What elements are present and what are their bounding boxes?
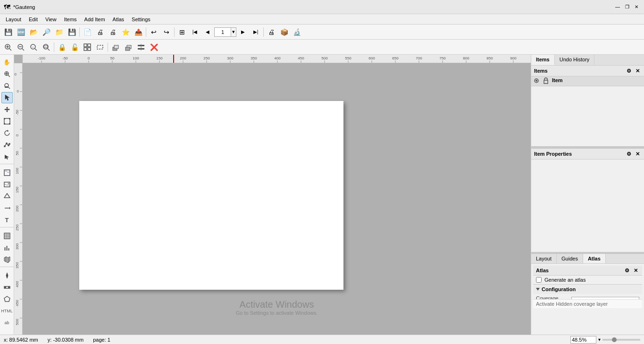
svg-text:0: 0: [88, 56, 90, 60]
zoom-out-tool[interactable]: [1, 80, 13, 92]
select2-tool[interactable]: [1, 151, 13, 162]
atlas-print-button[interactable]: 🖨: [265, 26, 277, 38]
undo-button[interactable]: ↩: [148, 26, 160, 38]
svg-text:650: 650: [392, 56, 399, 60]
vtoolbar-sep3: [0, 267, 14, 268]
item-props-config-button[interactable]: ⚙: [625, 150, 633, 158]
browse-button[interactable]: 📁: [53, 26, 65, 38]
tab-atlas[interactable]: Atlas: [583, 254, 606, 263]
search-button[interactable]: 🔎: [40, 26, 52, 38]
move-tool[interactable]: [1, 104, 13, 115]
dropdown-arrow[interactable]: ▾: [231, 27, 236, 37]
add-table-tool[interactable]: [1, 230, 13, 242]
menu-bar: Layout Edit View Items Add Item Atlas Se…: [0, 14, 644, 25]
add-text-tool[interactable]: T: [1, 214, 13, 226]
add-image-tool[interactable]: [1, 179, 13, 190]
rotate-tool[interactable]: [1, 127, 13, 139]
export-pdf-button[interactable]: 📤: [132, 26, 144, 38]
atlas-export-button[interactable]: 📦: [278, 26, 290, 38]
edit-nodes-tool[interactable]: [1, 139, 13, 151]
print-button[interactable]: 🖨: [94, 26, 106, 38]
tab-items[interactable]: Items: [531, 55, 555, 65]
add-map-tool[interactable]: [1, 167, 13, 178]
close-button[interactable]: ✕: [633, 3, 640, 11]
add-attribute-tool[interactable]: ab: [1, 317, 13, 328]
raise-button[interactable]: [109, 41, 122, 53]
zoom-actual-button[interactable]: =: [27, 41, 40, 53]
add-shape-tool[interactable]: [1, 191, 13, 202]
tab-guides[interactable]: Guides: [557, 254, 583, 263]
atlas-next-button[interactable]: ▶: [237, 26, 249, 38]
open-button[interactable]: 📂: [27, 26, 40, 38]
atlas-button[interactable]: ⭐: [119, 26, 132, 38]
minimize-button[interactable]: —: [614, 3, 621, 11]
atlas-zoom-button[interactable]: 🔬: [291, 26, 303, 38]
svg-rect-43: [4, 170, 10, 176]
atlas-prev2-button[interactable]: ◀: [201, 26, 214, 38]
separator4: [263, 27, 264, 37]
new-button[interactable]: 🆕: [15, 26, 27, 38]
add-polygon-tool[interactable]: [1, 294, 13, 305]
items-close-button[interactable]: ✕: [634, 67, 641, 75]
svg-text:150: 150: [15, 186, 19, 193]
add-scale-tool[interactable]: [1, 282, 13, 293]
new-template-button[interactable]: 📄: [81, 26, 93, 38]
menu-layout[interactable]: Layout: [2, 14, 25, 25]
group-button[interactable]: [81, 41, 93, 53]
atlas-page-input[interactable]: [214, 27, 231, 37]
svg-text:800: 800: [463, 56, 469, 60]
maximize-button[interactable]: ❐: [623, 3, 631, 11]
pan-tool[interactable]: ✋: [1, 57, 13, 68]
page-number: page: 1: [93, 337, 110, 343]
add-north-tool[interactable]: [1, 270, 13, 281]
unlock-button[interactable]: 🔓: [68, 41, 81, 53]
zoom-in-button[interactable]: [2, 41, 14, 53]
resize-all-button[interactable]: ❌: [148, 41, 160, 53]
item-props-close-button[interactable]: ✕: [634, 150, 641, 158]
menu-view[interactable]: View: [42, 14, 60, 25]
tab-layout[interactable]: Layout: [531, 254, 557, 263]
add-map2-tool[interactable]: [1, 254, 13, 265]
menu-atlas[interactable]: Atlas: [109, 14, 128, 25]
lower-button[interactable]: [122, 41, 134, 53]
save-as-button[interactable]: 💾: [66, 26, 78, 38]
zoom-select-button[interactable]: [40, 41, 52, 53]
svg-rect-34: [4, 118, 5, 119]
zoom-thumb[interactable]: [612, 337, 617, 342]
zoom-tool[interactable]: [1, 68, 13, 80]
menu-settings[interactable]: Settings: [128, 14, 154, 25]
zoom-out-button[interactable]: [15, 41, 27, 53]
select-tool[interactable]: [1, 92, 13, 103]
menu-edit[interactable]: Edit: [25, 14, 42, 25]
canvas-area[interactable]: -100 -50 0 50 100 150 200 250 30: [14, 55, 531, 335]
atlas-last-button[interactable]: ▶|: [250, 26, 262, 38]
atlas-config-button[interactable]: ⚙: [623, 267, 631, 274]
add-chart-tool[interactable]: [1, 242, 13, 253]
print-layout-button[interactable]: 🖨: [107, 26, 119, 38]
zoom-input[interactable]: [570, 336, 596, 344]
generate-atlas-checkbox[interactable]: [536, 277, 542, 283]
items-config-button[interactable]: ⚙: [625, 67, 633, 75]
add-arrow-tool[interactable]: [1, 202, 13, 214]
tab-undo-history[interactable]: Undo History: [555, 55, 595, 65]
atlas-close-button[interactable]: ✕: [632, 267, 639, 274]
menu-add-item[interactable]: Add Item: [81, 14, 109, 25]
items-list[interactable]: [531, 86, 644, 146]
ungroup-button[interactable]: [94, 41, 106, 53]
align-button[interactable]: [135, 41, 147, 53]
menu-items[interactable]: Items: [60, 14, 81, 25]
svg-text:100: 100: [15, 168, 19, 174]
resize-tool[interactable]: [1, 116, 13, 127]
redo-button[interactable]: ↪: [160, 26, 173, 38]
lock-button[interactable]: 🔒: [56, 41, 68, 53]
item-props-title: Item Properties: [534, 151, 572, 157]
svg-rect-12: [44, 46, 48, 48]
zoom-slider[interactable]: [602, 339, 640, 341]
save-button[interactable]: 💾: [2, 26, 14, 38]
atlas-prev-button[interactable]: ⊞: [176, 26, 188, 38]
add-html-tool[interactable]: HTML: [1, 305, 13, 317]
zoom-dropdown-arrow[interactable]: ▾: [598, 337, 601, 342]
atlas-title: Atlas: [536, 268, 549, 273]
atlas-first-button[interactable]: |◀: [189, 26, 201, 38]
svg-text:900: 900: [510, 56, 517, 60]
